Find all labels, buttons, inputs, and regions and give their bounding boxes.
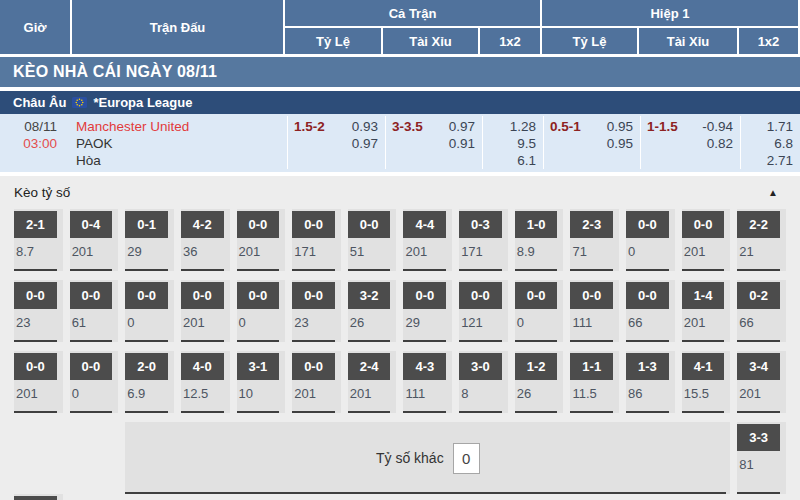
score-cell-1-4[interactable]: 1-4201: [682, 280, 731, 342]
h1-over-odds[interactable]: -0.94: [702, 118, 733, 135]
score-cell-0-0[interactable]: 0-023: [14, 280, 63, 342]
ft-1x2-home[interactable]: 1.28: [483, 118, 536, 135]
ft-overunder-cell[interactable]: 3-3.5 0.97 0.91: [385, 116, 482, 169]
score-cell-0-0[interactable]: 0-066: [626, 280, 675, 342]
score-cell-2-2[interactable]: 2-221: [737, 209, 786, 271]
score-label: 0-1: [125, 211, 168, 238]
score-cell-3-0[interactable]: 3-08: [459, 351, 508, 413]
score-cell-0-0[interactable]: 0-0171: [292, 209, 341, 271]
score-cell-4-0[interactable]: 4-012.5: [181, 351, 230, 413]
ft-handicap-cell[interactable]: 1.5-2 0.93 0.97: [287, 116, 385, 169]
score-cell-0-1[interactable]: 0-129: [125, 209, 174, 271]
score-label: 4-3: [403, 353, 446, 380]
score-cell-4-2[interactable]: 4-236: [181, 209, 230, 271]
score-cell-0-0[interactable]: 0-0201: [14, 351, 63, 413]
score-cell-0-0[interactable]: 0-0201: [682, 209, 731, 271]
ft-overunder-line: 3-3.5: [392, 118, 423, 169]
score-odds-value: 21: [739, 244, 786, 259]
score-odds-value: 8.7: [16, 244, 63, 259]
score-cell-4-1[interactable]: 4-115.5: [682, 351, 731, 413]
ft-1x2-cell[interactable]: 1.28 9.5 6.1: [482, 116, 543, 169]
score-cell-0-0[interactable]: 0-0131: [14, 494, 63, 500]
collapse-arrow-icon[interactable]: ▲: [768, 187, 778, 198]
header-time-col: Giờ: [0, 0, 70, 54]
h1-1x2-cell[interactable]: 1.71 6.8 2.71: [740, 116, 800, 169]
score-cell-0-0[interactable]: 0-0111: [570, 280, 619, 342]
score-label: 0-0: [125, 282, 168, 309]
h1-1x2-draw[interactable]: 6.8: [741, 135, 793, 152]
header-ft-handicap: Tỷ Lệ: [285, 28, 381, 54]
score-odds-value: 121: [461, 315, 508, 330]
ft-1x2-draw[interactable]: 9.5: [483, 135, 536, 152]
score-cell-0-0[interactable]: 0-051: [348, 209, 397, 271]
league-region: Châu Âu: [13, 95, 66, 110]
score-cell-2-3[interactable]: 2-371: [570, 209, 619, 271]
score-label: 0-2: [737, 282, 780, 309]
score-cell-0-0[interactable]: 0-0201: [237, 209, 286, 271]
score-cell-0-3[interactable]: 0-3171: [459, 209, 508, 271]
ft-1x2-away[interactable]: 6.1: [483, 152, 536, 169]
score-cell-1-3[interactable]: 1-386: [626, 351, 675, 413]
score-cell-1-0[interactable]: 1-08.9: [515, 209, 564, 271]
score-cell-0-0[interactable]: 0-00: [626, 209, 675, 271]
score-cell-2-0[interactable]: 2-06.9: [125, 351, 174, 413]
correct-score-header[interactable]: Kèo tỷ số ▲: [0, 176, 800, 209]
away-team-link[interactable]: PAOK: [76, 135, 287, 152]
ft-under-odds[interactable]: 0.91: [449, 135, 475, 152]
score-cell-0-0[interactable]: 0-0201: [292, 351, 341, 413]
header-h1-overunder: Tài Xỉu: [639, 28, 737, 54]
score-cell-0-0[interactable]: 0-023: [292, 280, 341, 342]
score-label: 0-0: [237, 282, 280, 309]
score-cell-3-4[interactable]: 3-4201: [737, 351, 786, 413]
score-cell-0-0[interactable]: 0-061: [70, 280, 119, 342]
score-label: 0-0: [292, 353, 335, 380]
h1-under-odds[interactable]: 0.82: [702, 135, 733, 152]
score-cell-3-2[interactable]: 3-226: [348, 280, 397, 342]
score-cell-1-1[interactable]: 1-111.5: [570, 351, 619, 413]
score-cell-0-0[interactable]: 0-0201: [181, 280, 230, 342]
h1-1x2-away[interactable]: 2.71: [741, 152, 793, 169]
score-cell-4-3[interactable]: 4-3111: [403, 351, 452, 413]
score-cell-0-4[interactable]: 0-4201: [70, 209, 119, 271]
score-odds-value: 0: [127, 315, 174, 330]
score-label: 3-3: [737, 424, 780, 451]
score-cell-0-0[interactable]: 0-00: [125, 280, 174, 342]
score-odds-value: 201: [405, 244, 452, 259]
score-odds-value: 26: [350, 315, 397, 330]
score-cell-3-1[interactable]: 3-110: [237, 351, 286, 413]
score-cell-0-0[interactable]: 0-00: [515, 280, 564, 342]
score-cell-0-0[interactable]: 0-00: [237, 280, 286, 342]
home-team-link[interactable]: Manchester United: [76, 118, 287, 135]
score-label: 0-0: [14, 353, 57, 380]
other-score-input[interactable]: [453, 443, 480, 474]
score-cell-4-4[interactable]: 4-4201: [403, 209, 452, 271]
score-label: 0-0: [181, 282, 224, 309]
score-cell-0-0[interactable]: 0-029: [403, 280, 452, 342]
h1-overunder-cell[interactable]: 1-1.5 -0.94 0.82: [640, 116, 740, 169]
score-odds-value: 29: [405, 315, 452, 330]
score-odds-value: 0: [628, 244, 675, 259]
score-label: 2-0: [125, 353, 168, 380]
score-label: 3-1: [237, 353, 280, 380]
score-cell-0-0[interactable]: 0-00: [70, 351, 119, 413]
header-match-col: Trận Đấu: [72, 0, 283, 54]
score-cell-3-3[interactable]: 3-381: [737, 422, 786, 494]
league-row: Châu Âu *Europa League: [0, 91, 800, 114]
h1-handicap-odds-away[interactable]: 0.95: [607, 135, 633, 152]
score-cell-0-2[interactable]: 0-266: [737, 280, 786, 342]
h1-handicap-cell[interactable]: 0.5-1 0.95 0.95: [543, 116, 640, 169]
score-label: 1-3: [626, 353, 669, 380]
score-label: 3-2: [348, 282, 391, 309]
score-odds-value: 201: [684, 315, 731, 330]
ft-over-odds[interactable]: 0.97: [449, 118, 475, 135]
score-odds-value: 111: [572, 315, 619, 330]
ft-handicap-odds-home[interactable]: 0.93: [352, 118, 378, 135]
score-label: 0-0: [403, 282, 446, 309]
h1-1x2-home[interactable]: 1.71: [741, 118, 793, 135]
ft-handicap-odds-away[interactable]: 0.97: [352, 135, 378, 152]
score-cell-2-4[interactable]: 2-4201: [348, 351, 397, 413]
score-cell-1-2[interactable]: 1-226: [515, 351, 564, 413]
h1-handicap-odds-home[interactable]: 0.95: [607, 118, 633, 135]
score-cell-2-1[interactable]: 2-18.7: [14, 209, 63, 271]
score-cell-0-0[interactable]: 0-0121: [459, 280, 508, 342]
